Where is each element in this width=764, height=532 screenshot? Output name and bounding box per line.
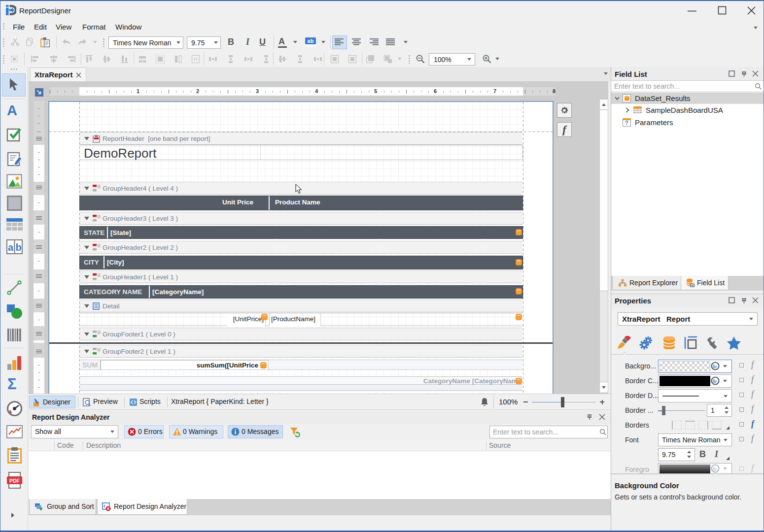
- svg-text:a: a: [8, 242, 14, 253]
- svg-text:b: b: [15, 242, 21, 253]
- svg-text:PDF: PDF: [9, 478, 20, 484]
